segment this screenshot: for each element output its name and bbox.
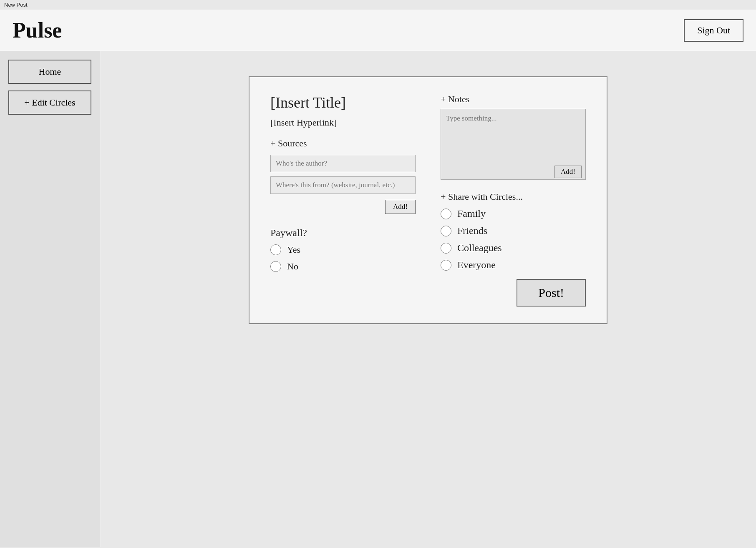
sidebar: Home + Edit Circles	[0, 51, 100, 547]
circle-friends-radio[interactable]	[441, 226, 451, 236]
paywall-no-label: No	[287, 261, 298, 272]
circle-friends-option: Friends	[441, 225, 586, 236]
home-button[interactable]: Home	[8, 60, 91, 84]
circles-section: + Share with Circles... Family Friends C…	[441, 191, 586, 271]
circle-friends-label: Friends	[457, 225, 487, 236]
notes-add-button[interactable]: Add!	[554, 166, 582, 178]
edit-circles-button[interactable]: + Edit Circles	[8, 90, 91, 115]
circle-colleagues-radio[interactable]	[441, 243, 451, 254]
window-title: New Post	[4, 2, 28, 8]
circle-everyone-radio[interactable]	[441, 260, 451, 271]
form-columns: [Insert Title] [Insert Hyperlink] + Sour…	[270, 94, 586, 307]
notes-label: + Notes	[441, 94, 586, 105]
circle-colleagues-option: Colleagues	[441, 242, 586, 254]
app-title: Pulse	[13, 18, 62, 43]
paywall-section: Paywall? Yes No	[270, 227, 416, 272]
app-header: Pulse Sign Out	[0, 10, 756, 51]
paywall-no-radio[interactable]	[270, 261, 281, 272]
form-left: [Insert Title] [Insert Hyperlink] + Sour…	[270, 94, 416, 307]
main-layout: Home + Edit Circles [Insert Title] [Inse…	[0, 51, 756, 547]
circle-colleagues-label: Colleagues	[457, 242, 502, 254]
window-title-bar: New Post	[0, 0, 756, 10]
source-input[interactable]	[270, 176, 416, 194]
sign-out-button[interactable]: Sign Out	[684, 19, 743, 42]
paywall-yes-radio[interactable]	[270, 244, 281, 255]
circle-family-option: Family	[441, 208, 586, 219]
form-right: + Notes Add! + Share with Circles... Fam…	[441, 94, 586, 307]
circles-label: + Share with Circles...	[441, 191, 586, 202]
sources-label: + Sources	[270, 138, 416, 149]
paywall-yes-label: Yes	[287, 244, 300, 255]
circle-everyone-label: Everyone	[457, 259, 496, 271]
circle-family-radio[interactable]	[441, 209, 451, 219]
paywall-label: Paywall?	[270, 227, 416, 239]
paywall-no-option: No	[270, 261, 416, 272]
post-form: [Insert Title] [Insert Hyperlink] + Sour…	[249, 76, 607, 324]
circle-family-label: Family	[457, 208, 486, 219]
paywall-yes-option: Yes	[270, 244, 416, 255]
form-hyperlink[interactable]: [Insert Hyperlink]	[270, 117, 416, 128]
post-button[interactable]: Post!	[517, 279, 586, 307]
form-title: [Insert Title]	[270, 94, 416, 111]
notes-section: + Notes Add!	[441, 94, 586, 181]
sources-add-button[interactable]: Add!	[385, 200, 416, 214]
content-area: [Insert Title] [Insert Hyperlink] + Sour…	[100, 51, 756, 547]
author-input[interactable]	[270, 155, 416, 172]
post-btn-row: Post!	[441, 279, 586, 307]
circle-everyone-option: Everyone	[441, 259, 586, 271]
notes-wrapper: Add!	[441, 109, 586, 181]
